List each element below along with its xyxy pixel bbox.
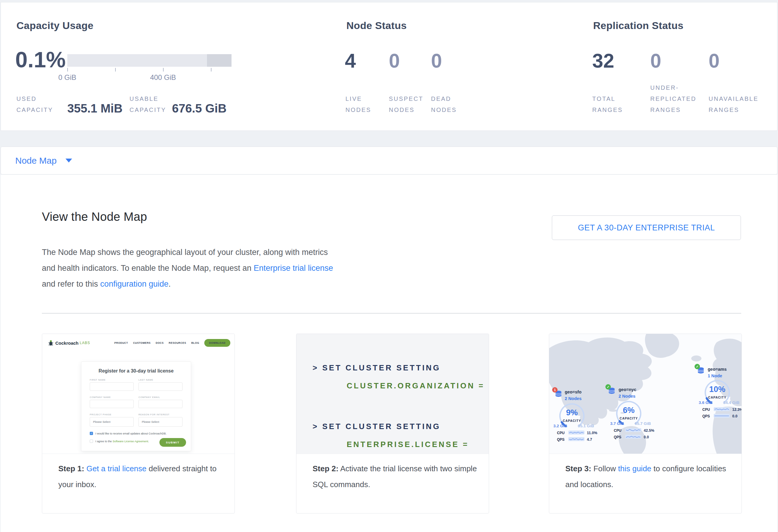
- suspect-nodes-label: SUSPECT NODES: [389, 93, 434, 116]
- total-ranges-count: 32: [592, 50, 614, 72]
- capacity-axis-tick: [163, 68, 164, 72]
- sfo-qps-label: QPS: [557, 438, 564, 442]
- step2-sql-illustration: > SET CLUSTER SETTING CLUSTER.ORGANIZATI…: [296, 334, 489, 454]
- software-license-agreement-link: Software License Agreement.: [112, 440, 149, 443]
- project-phase-label: PROJECT PHASE: [90, 413, 134, 416]
- total-ranges-label: TOTAL RANGES: [592, 93, 643, 116]
- live-nodes-label: LIVE NODES: [345, 93, 390, 116]
- last-name-label: LAST NAME: [139, 379, 182, 381]
- ams-qps-label: QPS: [702, 414, 710, 418]
- sql-cluster-organization: CLUSTER.ORGANIZATION =: [347, 381, 484, 391]
- sql-enterprise-license: ENTERPRISE.LICENSE =: [347, 439, 469, 449]
- mini-submit-button: SUBMIT: [159, 438, 186, 447]
- sql-set-cluster-setting-2: > SET CLUSTER SETTING: [313, 421, 441, 432]
- ams-capacity-label: CAPACITY: [703, 395, 732, 399]
- company-name-label: COMPANY NAME: [90, 396, 134, 398]
- sfo-cpu-value: 11.0%: [587, 431, 597, 435]
- capacity-usage-title: Capacity Usage: [16, 20, 93, 31]
- usable-capacity-value: 676.5 GiB: [172, 102, 226, 115]
- mini-site-nav: PRODUCT CUSTOMERS DOCS RESOURCES BLOG DO…: [114, 339, 230, 347]
- page-title: View the Node Map: [42, 210, 147, 224]
- ams-qps-sparkline: [714, 414, 730, 418]
- sfo-node-count: 2 Nodes: [565, 396, 581, 401]
- description-text: and refer to this: [42, 280, 100, 289]
- company-name-field: [90, 400, 134, 408]
- replication-status-title: Replication Status: [593, 20, 684, 31]
- capacity-usage-bar: [67, 54, 232, 67]
- mini-nav-docs: DOCS: [156, 341, 164, 345]
- sfo-cpu-sparkline: [568, 431, 585, 435]
- nyc-qps-sparkline: [625, 435, 641, 439]
- sfo-qps-value: 4.7: [587, 438, 592, 442]
- dashboard-selector-value: Node Map: [15, 156, 57, 166]
- ams-used-capacity: 3.6 GiB: [699, 400, 713, 405]
- usable-capacity-label: USABLE CAPACITY: [130, 93, 170, 116]
- reason-for-interest-select: Please Select: [139, 417, 182, 427]
- ams-locality-name: geo=ams: [708, 367, 726, 372]
- email-updates-text: I would like to receive email updates ab…: [95, 432, 167, 435]
- nyc-qps-value: 0.0: [644, 435, 649, 439]
- dashboard-selector[interactable]: Node Map: [15, 147, 72, 174]
- company-email-label: COMPANY EMAIL: [139, 396, 182, 398]
- ams-cpu-value: 12.3%: [732, 407, 742, 412]
- cockroach-labs-logo-icon: [48, 340, 54, 346]
- sfo-capacity-label: CAPACITY: [557, 419, 586, 423]
- live-nodes-count: 4: [345, 50, 356, 72]
- trial-form-title: Register for a 30-day trial license: [81, 368, 191, 374]
- step3-card: 1 geo=sfo 2 Nodes 9% CAPACITY 3.2 GiB 35…: [549, 333, 742, 514]
- enterprise-trial-license-link[interactable]: Enterprise trial license: [254, 263, 333, 273]
- chevron-down-icon: [66, 159, 72, 162]
- ams-cpu-sparkline: [714, 407, 730, 411]
- under-replicated-ranges-count: 0: [650, 50, 662, 72]
- configuration-guide-link[interactable]: configuration guide: [100, 280, 168, 289]
- get-trial-license-link[interactable]: Get a trial license: [86, 464, 147, 473]
- this-guide-link[interactable]: this guide: [618, 464, 651, 473]
- mini-nav-blog: BLOG: [191, 341, 199, 345]
- unavailable-ranges-count: 0: [709, 50, 720, 72]
- step1-card: Cockroach LABS PRODUCT CUSTOMERS DOCS RE…: [42, 333, 235, 514]
- mini-nav-resources: RESOURCES: [169, 341, 186, 345]
- dashboard-selector-bar[interactable]: Node Map: [1, 147, 777, 174]
- mini-nav-product: PRODUCT: [114, 341, 128, 345]
- sfo-error-badge: 1: [552, 387, 557, 393]
- nyc-locality-name: geo=nyc: [619, 387, 636, 392]
- nyc-total-capacity: 65.7 GiB: [635, 421, 651, 426]
- node-map-placeholder-section: View the Node Map The Node Map shows the…: [1, 175, 777, 532]
- unavailable-ranges-label: UNAVAILABLE RANGES: [709, 93, 765, 116]
- sfo-total-capacity: 35.1 GiB: [578, 424, 594, 428]
- license-agreement-checkbox: [90, 440, 93, 443]
- cluster-summary-panel: Capacity Usage 0.1% 0 GiB 400 GiB USED C…: [1, 2, 777, 131]
- step3-caption: Step 3: Follow this guide to configure l…: [565, 461, 731, 492]
- company-email-field: [139, 400, 182, 408]
- used-capacity-value: 355.1 MiB: [67, 102, 123, 115]
- sfo-cpu-label: CPU: [557, 431, 564, 435]
- first-name-field: [90, 382, 134, 391]
- ams-capacity-percent: 10%: [703, 385, 732, 394]
- nyc-cpu-value: 42.5%: [644, 429, 654, 433]
- capacity-axis-label-400: 400 GiB: [150, 73, 176, 82]
- capacity-used-percent: 0.1%: [15, 47, 66, 72]
- description-text: .: [168, 280, 171, 289]
- node-map-description: The Node Map shows the geographical layo…: [42, 244, 336, 292]
- dead-nodes-count: 0: [431, 50, 442, 72]
- sql-set-cluster-setting-1: > SET CLUSTER SETTING: [313, 363, 441, 373]
- get-enterprise-trial-button[interactable]: GET A 30-DAY ENTERPRISE TRIAL: [552, 215, 741, 240]
- ams-cpu-label: CPU: [702, 407, 710, 412]
- mini-nav-customers: CUSTOMERS: [133, 341, 151, 345]
- project-phase-select: Please Select: [90, 417, 134, 427]
- reason-for-interest-label: REASON FOR INTEREST: [139, 413, 182, 416]
- step1-screenshot: Cockroach LABS PRODUCT CUSTOMERS DOCS RE…: [42, 334, 235, 454]
- nyc-cpu-label: CPU: [614, 429, 621, 433]
- section-divider: [42, 313, 741, 314]
- nyc-capacity-percent: 6%: [614, 406, 643, 415]
- last-name-field: [139, 382, 182, 391]
- ams-total-capacity: 34.4 GiB: [723, 400, 740, 405]
- capacity-bar-reserved-segment: [207, 54, 232, 67]
- step1-caption: Step 1: Get a trial license delivered st…: [58, 461, 224, 492]
- nyc-capacity-label: CAPACITY: [614, 416, 643, 420]
- license-agreement-text: I agree to the Software License Agreemen…: [95, 440, 149, 443]
- sfo-qps-sparkline: [568, 437, 585, 441]
- step2-caption: Step 2: Activate the trial license with …: [313, 461, 478, 492]
- under-replicated-ranges-label: UNDER-REPLICATED RANGES: [650, 82, 707, 116]
- step3-node-map-illustration: 1 geo=sfo 2 Nodes 9% CAPACITY 3.2 GiB 35…: [549, 334, 742, 454]
